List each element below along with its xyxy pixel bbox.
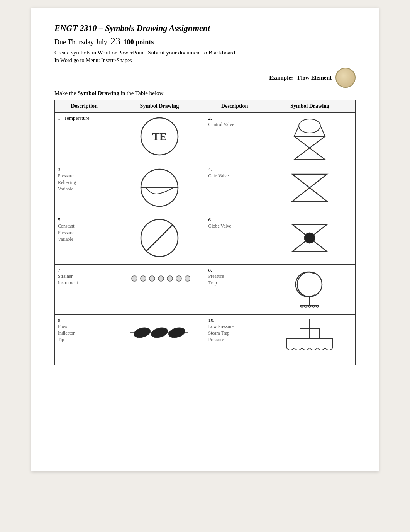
example-label: Example: Flow Element <box>269 75 332 81</box>
svg-point-22 <box>167 276 173 281</box>
svg-marker-11 <box>292 174 327 188</box>
col-header-desc2: Description <box>205 100 264 113</box>
page-title: ENGT 2310 – Symbols Drawing Assignment <box>54 23 356 33</box>
desc-cell-10: 10. Low PressureSteam TrapPressure <box>205 315 264 365</box>
drawing-cell-2 <box>264 113 355 164</box>
svg-line-3 <box>294 126 299 136</box>
due-line: Due Thursday July 23 100 points <box>54 36 356 47</box>
svg-point-24 <box>185 276 190 281</box>
svg-point-19 <box>141 276 146 281</box>
svg-point-18 <box>132 276 137 281</box>
table-row: 1. Temperature TE 2. Control Valve <box>55 113 356 164</box>
svg-point-2 <box>299 119 320 133</box>
desc-cell-8: 8. PressureTrap <box>205 265 264 315</box>
drawing-cell-5 <box>114 214 205 265</box>
svg-text:TE: TE <box>152 131 166 143</box>
table-row: 9. FlowIndicatorTip <box>55 315 356 365</box>
desc-cell-7: 7. StrainerInstrument <box>55 265 114 315</box>
desc-cell-2: 2. Control Valve <box>205 113 264 164</box>
symbol-table: Description Symbol Drawing Description S… <box>54 100 356 365</box>
svg-point-23 <box>176 276 181 281</box>
drawing-cell-4 <box>264 164 355 214</box>
drawing-cell-8 <box>264 265 355 315</box>
svg-line-4 <box>320 126 325 136</box>
svg-point-20 <box>149 276 155 281</box>
svg-line-14 <box>146 225 173 251</box>
due-date: 23 <box>110 36 120 47</box>
due-prefix: Due Thursday July <box>54 38 107 46</box>
drawing-cell-9 <box>114 315 205 365</box>
table-row: 3. PressureRelievingVariable 4. Gate <box>55 164 356 214</box>
col-header-sym1: Symbol Drawing <box>114 100 205 113</box>
make-symbol-line: Make the Symbol Drawing in the Table bel… <box>54 90 356 97</box>
table-row: 7. StrainerInstrument <box>55 265 356 315</box>
svg-point-21 <box>158 276 164 281</box>
desc-cell-5: 5. ConstantPressureVariable <box>55 214 114 265</box>
drawing-cell-1: TE <box>114 113 205 164</box>
desc-cell-4: 4. Gate Valve <box>205 164 264 214</box>
col-header-desc1: Description <box>55 100 114 113</box>
svg-point-30 <box>150 326 169 340</box>
col-header-sym2: Symbol Drawing <box>264 100 355 113</box>
example-circle <box>335 68 356 88</box>
table-row: 5. ConstantPressureVariable 6. Globe Val… <box>55 214 356 265</box>
points-label: 100 points <box>124 38 154 46</box>
desc-cell-6: 6. Globe Valve <box>205 214 264 265</box>
drawing-cell-6 <box>264 214 355 265</box>
example-row: Example: Flow Element <box>54 68 356 88</box>
desc-cell-1: 1. Temperature <box>55 113 114 164</box>
desc-cell-3: 3. PressureRelievingVariable <box>55 164 114 214</box>
svg-point-29 <box>133 326 152 340</box>
svg-point-17 <box>304 233 315 243</box>
svg-marker-12 <box>292 188 327 201</box>
svg-point-31 <box>168 326 186 340</box>
svg-marker-6 <box>294 148 325 160</box>
svg-marker-5 <box>294 136 325 148</box>
desc-cell-9: 9. FlowIndicatorTip <box>55 315 114 365</box>
svg-point-25 <box>297 272 322 297</box>
page: ENGT 2310 – Symbols Drawing Assignment D… <box>31 8 379 471</box>
drawing-cell-10 <box>264 315 355 365</box>
drawing-cell-3 <box>114 164 205 214</box>
drawing-cell-7 <box>114 265 205 315</box>
instructions: Create symbols in Word or PowerPoint. Su… <box>54 49 356 56</box>
menu-hint: In Word go to Menu: Insert>Shapes <box>54 58 356 64</box>
